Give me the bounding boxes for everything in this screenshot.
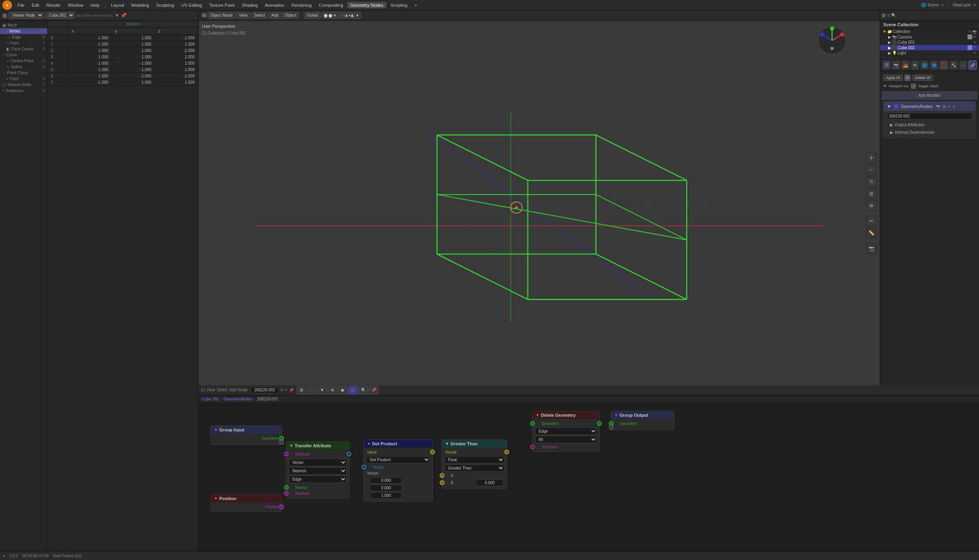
gn-camera-icon[interactable]: 📷 xyxy=(936,104,940,109)
tool-scale[interactable]: ⊞ xyxy=(866,189,877,199)
tab-rendering[interactable]: Rendering xyxy=(288,2,315,8)
node-tool-4[interactable]: ⊕ xyxy=(328,386,337,395)
socket-gt-b-in[interactable] xyxy=(440,480,444,485)
tool-annotate[interactable]: ✏ xyxy=(866,216,877,226)
collection-eye[interactable]: 👁 xyxy=(968,30,971,34)
prop-icon-modifiers[interactable]: 🔧 xyxy=(950,61,958,69)
tool-move[interactable]: ↔ xyxy=(866,165,877,175)
node-menu-node[interactable]: Node xyxy=(238,388,247,392)
viewport-object-menu[interactable]: Object xyxy=(282,12,299,19)
tab-sculpting[interactable]: Sculpting xyxy=(153,2,177,8)
tab-geometry-nodes[interactable]: Geometry Nodes xyxy=(347,2,386,8)
menu-file[interactable]: File xyxy=(14,2,28,8)
node-tool-1[interactable]: ⊞ xyxy=(297,386,306,395)
socket-dg-select-in[interactable] xyxy=(529,444,536,450)
socket-ta-attribute-in[interactable] xyxy=(283,451,290,458)
prop-icon-render[interactable]: 📷 xyxy=(892,61,900,69)
object-select[interactable]: Cube.002 xyxy=(45,12,75,19)
ta-vector-select[interactable]: Vector xyxy=(289,459,347,466)
node-canvas[interactable]: ▼ Group Input Geometry xyxy=(199,404,979,552)
socket-extra-out[interactable] xyxy=(279,440,284,445)
socket-dp-value-out[interactable] xyxy=(430,450,435,454)
outliner-light[interactable]: ▶ 💡 Light 👁 xyxy=(880,50,979,56)
menu-help[interactable]: Help xyxy=(87,2,103,8)
tab-compositing[interactable]: Compositing xyxy=(316,2,346,8)
tab-shading[interactable]: Shading xyxy=(239,2,261,8)
node-pin-icon[interactable]: 📌 xyxy=(289,388,294,392)
sidebar-vertex[interactable]: · Vertex 8 xyxy=(0,28,47,34)
dp-z-value[interactable] xyxy=(370,492,402,499)
tab-uv-editing[interactable]: UV Editing xyxy=(178,2,205,8)
gt-type-select[interactable]: Float xyxy=(444,456,504,464)
collection-camera[interactable]: 📷 xyxy=(972,30,977,34)
tool-transform[interactable]: ⊕ xyxy=(866,200,877,211)
menu-window[interactable]: Window xyxy=(65,2,87,8)
socket-gt-a-in[interactable] xyxy=(440,473,444,478)
prop-icon-constraints[interactable]: 🔗 xyxy=(969,61,977,69)
apply-all-btn[interactable]: Apply All xyxy=(883,75,903,81)
gn-edit-icon[interactable]: ✏ xyxy=(948,104,951,109)
menu-edit[interactable]: Edit xyxy=(29,2,42,8)
socket-ta-attr-in[interactable] xyxy=(283,490,290,497)
outliner-icon[interactable]: ⊞ xyxy=(882,13,886,18)
outliner-search-icon[interactable]: 🔍 xyxy=(891,13,896,17)
tab-modeling[interactable]: Modeling xyxy=(128,2,153,8)
node-tool-2[interactable]: ⋯ xyxy=(307,386,317,395)
node-delete-icon[interactable]: ✕ xyxy=(284,388,288,392)
node-menu-add[interactable]: Add xyxy=(229,388,236,392)
socket-dg-geo-out[interactable] xyxy=(597,421,602,426)
ta-nearest-select[interactable]: Nearest xyxy=(289,467,347,475)
viewport-gizmo[interactable]: X Y Z xyxy=(816,25,848,56)
dg-collapse-arrow[interactable]: ▼ xyxy=(536,413,539,417)
node-menu-view[interactable]: View xyxy=(207,388,215,392)
socket-dg-geo-in[interactable] xyxy=(530,421,535,426)
node-menu-select[interactable]: Select xyxy=(217,388,228,392)
socket-position-out[interactable] xyxy=(278,504,285,510)
viewlayer-selector[interactable]: ViewLayer ▼ xyxy=(953,3,977,7)
socket-gt-result-out[interactable] xyxy=(504,450,509,454)
viewport-global[interactable]: Global xyxy=(304,12,321,19)
tab-animation[interactable]: Animation xyxy=(262,2,288,8)
outliner-filter-icon[interactable]: ⊟ xyxy=(887,13,890,17)
sidebar-spline[interactable]: ∿ Spline 0 xyxy=(0,64,47,70)
node-pin-btn[interactable]: 📌 xyxy=(369,386,378,395)
tab-layout[interactable]: Layout xyxy=(108,2,127,8)
viewport-select-menu[interactable]: Select xyxy=(251,12,268,19)
prop-icon-object[interactable]: ⬛ xyxy=(940,61,948,69)
pos-collapse-arrow[interactable]: ▼ xyxy=(214,496,218,500)
node-frame-display[interactable]: 268228.002 xyxy=(251,387,279,393)
tab-scripting[interactable]: Scripting xyxy=(387,2,411,8)
tab-plus[interactable]: + xyxy=(411,2,420,8)
node-overlay-btn[interactable]: ◉ xyxy=(338,386,348,395)
blender-logo[interactable]: ● xyxy=(2,0,12,10)
prop-icon-particles[interactable]: ⋯ xyxy=(959,61,967,69)
output-attrs-toggle[interactable]: ▶ Output Attributes xyxy=(890,123,969,127)
viewport-shading[interactable]: ○◑●◧▼ xyxy=(340,12,361,19)
gn-close-icon[interactable]: ✕ xyxy=(952,104,956,109)
tool-camera[interactable]: 📷 xyxy=(866,243,877,254)
light-eye[interactable]: 👁 xyxy=(973,51,977,55)
outliner-camera[interactable]: ▶ 📷 Camera 👁 xyxy=(880,34,979,40)
modifier-close-btn[interactable]: ✕ xyxy=(904,75,911,81)
gt-b-value[interactable] xyxy=(476,479,504,486)
gt-collapse-arrow[interactable]: ▼ xyxy=(445,442,449,446)
dp-collapse-arrow[interactable]: ▼ xyxy=(367,442,371,446)
delete-all-btn[interactable]: Delete All xyxy=(912,75,933,81)
sidebar-instances[interactable]: + Instances 0 xyxy=(0,88,47,94)
socket-dp-vector-in[interactable] xyxy=(361,464,367,471)
gn-name-input[interactable] xyxy=(887,113,972,119)
prop-icon-world[interactable]: 🔵 xyxy=(930,61,938,69)
spreadsheet-pinned-icon[interactable]: 📌 xyxy=(121,13,127,18)
breadcrumb-modifier[interactable]: GeometryNodes xyxy=(224,397,253,401)
dp-y-value[interactable] xyxy=(370,485,402,491)
sidebar-face[interactable]: □ Face 1 xyxy=(0,40,47,46)
camera-eye[interactable]: 👁 xyxy=(973,35,977,39)
sidebar-edge[interactable]: — Edge 8 xyxy=(0,34,47,40)
outliner-cube002[interactable]: ▶ ⬛ Cube.002 👁 xyxy=(880,45,979,50)
dg-domain-select[interactable]: Edge xyxy=(535,427,597,435)
go-collapse-arrow[interactable]: ▼ xyxy=(614,413,618,417)
viewer-node-select[interactable]: Viewer Node xyxy=(9,12,44,19)
gn-collapse-arrow[interactable]: ▼ xyxy=(214,428,218,432)
toggle-stack-icon[interactable]: ↕ xyxy=(911,83,916,89)
tool-cursor[interactable]: ✛ xyxy=(866,153,877,163)
